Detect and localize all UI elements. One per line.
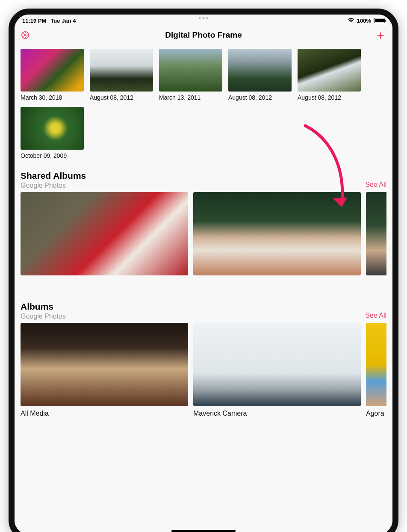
settings-button[interactable] [21,30,30,40]
photo-date: March 30, 2018 [21,94,84,101]
photo-grid: March 30, 2018 August 08, 2012 March 13,… [15,45,392,166]
battery-icon [374,18,385,23]
battery-percent: 100% [357,18,371,24]
photo-date: October 09, 2009 [21,152,84,159]
status-date: Tue Jan 4 [50,18,76,24]
album-label: All Media [21,410,188,417]
see-all-link[interactable]: See All [365,181,386,189]
shared-album-card[interactable] [21,192,188,275]
photo-thumb [228,49,292,92]
album-thumb [193,323,361,406]
nav-bar: Digital Photo Frame ＋ [15,25,392,45]
section-subtitle: Google Photos [21,313,66,320]
album-thumb [21,192,188,275]
section-shared-albums: Shared Albums Google Photos See All [15,166,392,284]
photo-item[interactable]: August 08, 2012 [228,49,292,101]
album-thumb [366,192,386,275]
albums-row[interactable]: All Media Maverick Camera Agora [21,323,386,417]
photo-item[interactable]: October 09, 2009 [21,107,84,159]
photo-date: August 08, 2012 [298,94,361,101]
photo-thumb [21,107,84,150]
album-thumb [21,323,188,406]
photo-thumb [90,49,153,92]
photo-date: August 08, 2012 [90,94,153,101]
album-card[interactable]: All Media [21,323,188,417]
album-thumb [366,323,386,406]
album-label: Maverick Camera [193,410,361,417]
section-albums: Albums Google Photos See All All Media M… [15,297,392,426]
screen: 11:19 PM Tue Jan 4 100% Digital Photo [15,15,392,532]
section-subtitle: Google Photos [21,182,86,189]
album-label: Agora [366,410,386,417]
shared-albums-row[interactable] [21,192,386,275]
plus-icon: ＋ [375,28,386,41]
shared-album-card[interactable] [366,192,386,275]
photo-item[interactable]: August 08, 2012 [298,49,361,101]
section-title: Albums [21,301,66,312]
photo-thumb [159,49,222,92]
photo-item[interactable]: March 13, 2011 [159,49,222,101]
see-all-link[interactable]: See All [365,312,386,320]
album-card[interactable]: Maverick Camera [193,323,361,417]
photo-item[interactable]: March 30, 2018 [21,49,84,101]
grabber-dots-icon [199,17,209,19]
home-indicator[interactable] [171,530,236,532]
shared-album-card[interactable] [193,192,361,275]
scroll-content[interactable]: March 30, 2018 August 08, 2012 March 13,… [15,45,392,532]
wifi-icon [348,18,354,23]
album-card[interactable]: Agora [366,323,386,417]
status-time: 11:19 PM [22,18,46,24]
gear-icon [21,30,30,40]
photo-date: August 08, 2012 [228,94,292,101]
photo-item[interactable]: August 08, 2012 [90,49,153,101]
status-bar: 11:19 PM Tue Jan 4 100% [15,15,392,25]
add-button[interactable]: ＋ [375,29,386,41]
photo-thumb [21,49,84,92]
page-title: Digital Photo Frame [165,30,242,40]
section-title: Shared Albums [21,171,86,181]
photo-thumb [298,49,361,92]
ipad-frame: 11:19 PM Tue Jan 4 100% Digital Photo [9,9,398,532]
photo-date: March 13, 2011 [159,94,222,101]
album-thumb [193,192,361,275]
svg-point-1 [24,34,26,35]
